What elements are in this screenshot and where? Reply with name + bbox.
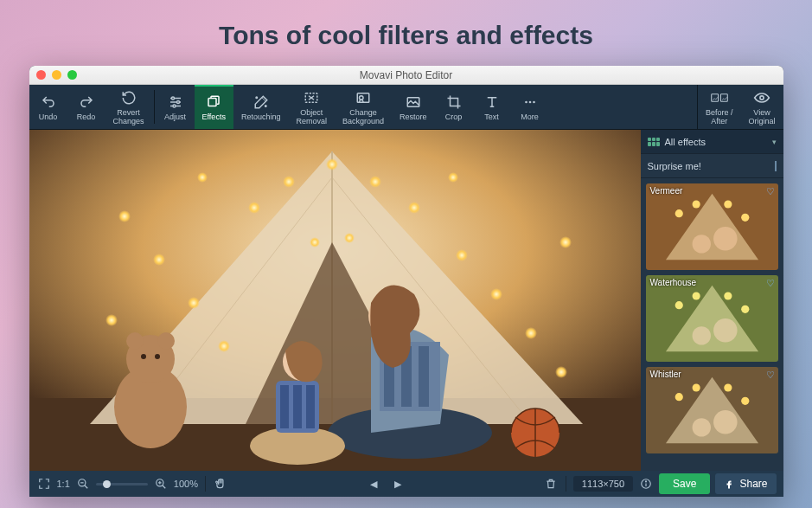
more-button[interactable]: More	[511, 85, 549, 129]
svg-point-46	[105, 314, 118, 326]
save-button[interactable]: Save	[659, 473, 710, 494]
undo-button[interactable]: Undo	[29, 85, 67, 129]
svg-point-45	[218, 340, 230, 352]
grid-icon	[648, 138, 660, 146]
revert-icon	[120, 89, 137, 106]
svg-point-58	[448, 172, 458, 183]
effects-panel: All effects ▾ Surprise me! Vermeer ♡ Wat…	[641, 130, 783, 471]
svg-point-28	[155, 354, 160, 359]
hand-tool-icon[interactable]	[213, 476, 228, 492]
toolbar-separator	[154, 90, 155, 124]
svg-point-8	[265, 106, 266, 107]
effect-thumb-whistler[interactable]: Whistler ♡	[646, 367, 778, 453]
undo-icon	[40, 93, 57, 111]
svg-point-74	[741, 305, 749, 313]
zoom-out-icon[interactable]	[75, 476, 91, 492]
svg-point-56	[559, 236, 572, 248]
svg-point-25	[126, 332, 144, 350]
svg-rect-6	[208, 99, 216, 106]
view-original-button[interactable]: View Original	[740, 85, 783, 129]
canvas[interactable]	[29, 130, 641, 471]
before-after-button[interactable]: Before / After	[698, 85, 741, 129]
svg-point-76	[692, 418, 710, 436]
photo-preview	[29, 130, 641, 471]
change-background-button[interactable]: Change Background	[335, 85, 392, 129]
share-button[interactable]: Share	[715, 473, 776, 494]
fullscreen-icon[interactable]	[36, 476, 52, 492]
effects-icon	[205, 93, 222, 111]
svg-point-3	[171, 97, 174, 100]
svg-point-5	[173, 105, 176, 107]
eye-icon	[753, 89, 770, 106]
window-title: Movavi Photo Editor	[29, 69, 783, 81]
zoom-in-icon[interactable]	[153, 476, 169, 492]
favorite-icon[interactable]: ♡	[766, 186, 775, 197]
facebook-icon	[724, 479, 734, 489]
delete-icon[interactable]	[543, 476, 559, 492]
next-image-icon[interactable]: ▶	[390, 476, 406, 492]
svg-point-51	[408, 202, 420, 214]
content-area: All effects ▾ Surprise me! Vermeer ♡ Wat…	[29, 130, 783, 471]
svg-point-16	[528, 101, 531, 104]
svg-point-67	[741, 214, 749, 222]
zoom-ratio[interactable]: 1:1	[57, 479, 70, 489]
surprise-me-button[interactable]: Surprise me!	[641, 154, 783, 178]
effect-thumb-vermeer[interactable]: Vermeer ♡	[646, 183, 778, 270]
object-removal-icon	[303, 89, 320, 106]
svg-line-83	[85, 485, 88, 489]
svg-point-62	[692, 235, 710, 253]
change-bg-icon	[355, 89, 372, 106]
retouching-icon	[253, 93, 270, 111]
svg-point-55	[555, 366, 567, 378]
adjust-button[interactable]: Adjust	[157, 85, 195, 129]
svg-point-42	[118, 210, 131, 222]
svg-point-71	[675, 301, 682, 309]
svg-point-77	[713, 410, 738, 434]
effect-thumbnails: Vermeer ♡ Waterhouse ♡ Whistler ♡	[641, 178, 783, 471]
svg-point-52	[456, 249, 468, 261]
effect-thumb-waterhouse[interactable]: Waterhouse ♡	[646, 275, 778, 362]
before-after-icon	[711, 89, 728, 106]
svg-point-47	[248, 202, 260, 214]
dice-icon	[775, 161, 777, 171]
restore-icon	[405, 93, 422, 111]
retouching-button[interactable]: Retouching	[233, 85, 289, 129]
svg-point-81	[741, 397, 749, 405]
svg-point-70	[713, 318, 738, 343]
svg-point-48	[283, 176, 295, 188]
effects-category-dropdown[interactable]: All effects ▾	[641, 130, 783, 154]
svg-point-69	[692, 326, 710, 344]
svg-point-53	[490, 288, 502, 300]
titlebar: Movavi Photo Editor	[29, 66, 783, 85]
effects-button[interactable]: Effects	[195, 85, 233, 129]
svg-point-91	[646, 481, 647, 482]
svg-point-57	[197, 172, 208, 183]
zoom-slider[interactable]	[96, 483, 148, 485]
prev-image-icon[interactable]: ◀	[366, 476, 381, 492]
svg-point-79	[692, 383, 700, 391]
svg-point-50	[369, 176, 381, 188]
text-button[interactable]: Text	[473, 85, 511, 129]
svg-point-72	[692, 292, 700, 299]
svg-rect-37	[280, 385, 289, 428]
svg-point-73	[724, 292, 732, 299]
info-icon[interactable]	[638, 476, 654, 492]
svg-point-7	[256, 97, 258, 99]
svg-point-44	[188, 297, 200, 309]
favorite-icon[interactable]: ♡	[766, 278, 775, 289]
revert-button[interactable]: Revert Changes	[105, 85, 152, 129]
svg-point-17	[533, 101, 535, 104]
svg-line-86	[163, 485, 166, 489]
svg-point-20	[760, 96, 764, 100]
redo-button[interactable]: Redo	[67, 85, 105, 129]
favorite-icon[interactable]: ♡	[766, 370, 775, 381]
restore-button[interactable]: Restore	[392, 85, 435, 129]
object-removal-button[interactable]: Object Removal	[288, 85, 335, 129]
toolbar: Undo Redo Revert Changes Adjust Effects	[29, 85, 783, 130]
svg-rect-39	[306, 385, 315, 428]
svg-point-65	[692, 200, 700, 208]
svg-rect-38	[293, 385, 302, 428]
zoom-percent: 100%	[174, 479, 198, 489]
svg-point-66	[724, 200, 732, 208]
crop-button[interactable]: Crop	[435, 85, 473, 129]
